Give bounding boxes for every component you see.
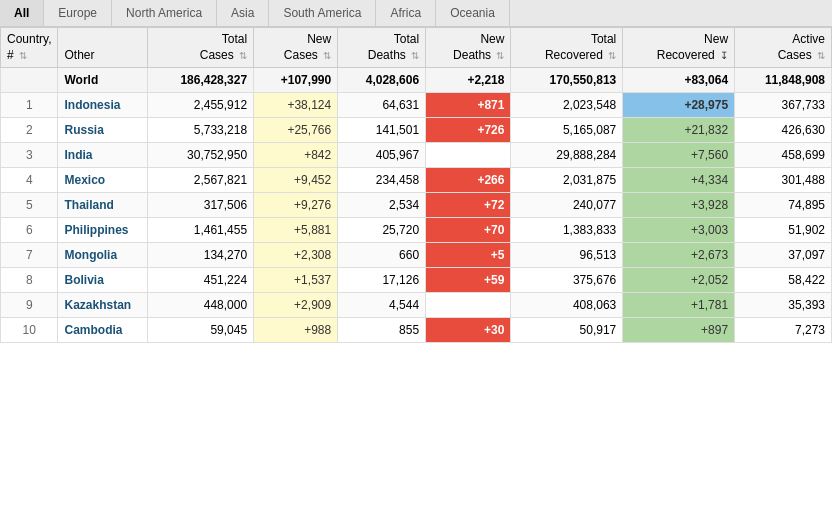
- col-header-country: Other: [58, 28, 148, 68]
- total-recovered-cell: 5,165,087: [511, 118, 623, 143]
- col-header-new-recovered[interactable]: NewRecovered ↧: [623, 28, 735, 68]
- country-link[interactable]: Philippines: [64, 223, 128, 237]
- rank-cell: 7: [1, 243, 58, 268]
- country-link[interactable]: Mexico: [64, 173, 105, 187]
- tab-bar: All Europe North America Asia South Amer…: [0, 0, 832, 27]
- active-cases-cell: 37,097: [735, 243, 832, 268]
- sort-icon-rank: ⇅: [19, 50, 27, 61]
- total-cases-cell: 2,567,821: [148, 168, 254, 193]
- rank-cell: 1: [1, 93, 58, 118]
- total-recovered-cell: 375,676: [511, 268, 623, 293]
- new-cases-cell: +38,124: [254, 93, 338, 118]
- tab-europe[interactable]: Europe: [44, 0, 112, 26]
- total-cases-cell: 5,733,218: [148, 118, 254, 143]
- new-cases-cell: +1,537: [254, 268, 338, 293]
- new-cases-cell: +842: [254, 143, 338, 168]
- table-row: 8 Bolivia 451,224 +1,537 17,126 +59 375,…: [1, 268, 832, 293]
- table-row: 6 Philippines 1,461,455 +5,881 25,720 +7…: [1, 218, 832, 243]
- country-cell: Thailand: [58, 193, 148, 218]
- world-rank: [1, 68, 58, 93]
- active-cases-cell: 35,393: [735, 293, 832, 318]
- world-new-recovered: +83,064: [623, 68, 735, 93]
- new-deaths-cell: +726: [426, 118, 511, 143]
- col-header-new-cases[interactable]: NewCases ⇅: [254, 28, 338, 68]
- col-header-active-cases[interactable]: ActiveCases ⇅: [735, 28, 832, 68]
- new-recovered-cell: +4,334: [623, 168, 735, 193]
- new-cases-cell: +9,276: [254, 193, 338, 218]
- country-cell: India: [58, 143, 148, 168]
- country-link[interactable]: Thailand: [64, 198, 113, 212]
- sort-icon-new-recovered: ↧: [720, 50, 728, 61]
- world-new-deaths: +2,218: [426, 68, 511, 93]
- table-row: 1 Indonesia 2,455,912 +38,124 64,631 +87…: [1, 93, 832, 118]
- col-header-total-deaths[interactable]: TotalDeaths ⇅: [338, 28, 426, 68]
- world-total-cases: 186,428,327: [148, 68, 254, 93]
- active-cases-cell: 426,630: [735, 118, 832, 143]
- total-deaths-cell: 4,544: [338, 293, 426, 318]
- country-link[interactable]: Russia: [64, 123, 103, 137]
- new-recovered-cell: +897: [623, 318, 735, 343]
- country-link[interactable]: Kazakhstan: [64, 298, 131, 312]
- world-total-recovered: 170,550,813: [511, 68, 623, 93]
- total-recovered-cell: 2,023,548: [511, 93, 623, 118]
- country-link[interactable]: Indonesia: [64, 98, 120, 112]
- new-recovered-cell: +3,928: [623, 193, 735, 218]
- sort-icon-new-deaths: ⇅: [496, 50, 504, 61]
- country-link[interactable]: Mongolia: [64, 248, 117, 262]
- rank-cell: 8: [1, 268, 58, 293]
- sort-icon-total-deaths: ⇅: [411, 50, 419, 61]
- new-deaths-cell: +59: [426, 268, 511, 293]
- new-recovered-cell: +2,052: [623, 268, 735, 293]
- world-active-cases: 11,848,908: [735, 68, 832, 93]
- tab-asia[interactable]: Asia: [217, 0, 269, 26]
- col-header-total-cases[interactable]: TotalCases ⇅: [148, 28, 254, 68]
- rank-cell: 10: [1, 318, 58, 343]
- new-deaths-cell: +5: [426, 243, 511, 268]
- total-cases-cell: 451,224: [148, 268, 254, 293]
- tab-oceania[interactable]: Oceania: [436, 0, 510, 26]
- total-recovered-cell: 2,031,875: [511, 168, 623, 193]
- total-deaths-cell: 141,501: [338, 118, 426, 143]
- total-deaths-cell: 855: [338, 318, 426, 343]
- total-cases-cell: 1,461,455: [148, 218, 254, 243]
- table-row: 2 Russia 5,733,218 +25,766 141,501 +726 …: [1, 118, 832, 143]
- total-deaths-cell: 17,126: [338, 268, 426, 293]
- total-cases-cell: 30,752,950: [148, 143, 254, 168]
- new-recovered-cell: +3,003: [623, 218, 735, 243]
- new-cases-cell: +25,766: [254, 118, 338, 143]
- new-cases-cell: +988: [254, 318, 338, 343]
- country-cell: Russia: [58, 118, 148, 143]
- total-recovered-cell: 50,917: [511, 318, 623, 343]
- tab-africa[interactable]: Africa: [376, 0, 436, 26]
- new-recovered-cell: +7,560: [623, 143, 735, 168]
- total-recovered-cell: 1,383,833: [511, 218, 623, 243]
- new-deaths-cell: +70: [426, 218, 511, 243]
- col-header-rank[interactable]: Country,# ⇅: [1, 28, 58, 68]
- sort-icon-new-cases: ⇅: [323, 50, 331, 61]
- col-header-total-recovered[interactable]: TotalRecovered ⇅: [511, 28, 623, 68]
- rank-cell: 5: [1, 193, 58, 218]
- table-row: 4 Mexico 2,567,821 +9,452 234,458 +266 2…: [1, 168, 832, 193]
- active-cases-cell: 301,488: [735, 168, 832, 193]
- tab-all[interactable]: All: [0, 0, 44, 26]
- total-cases-cell: 448,000: [148, 293, 254, 318]
- total-recovered-cell: 408,063: [511, 293, 623, 318]
- col-header-new-deaths[interactable]: NewDeaths ⇅: [426, 28, 511, 68]
- total-recovered-cell: 240,077: [511, 193, 623, 218]
- rank-cell: 2: [1, 118, 58, 143]
- new-recovered-cell: +28,975: [623, 93, 735, 118]
- header-row: Country,# ⇅ Other TotalCases ⇅ NewCases …: [1, 28, 832, 68]
- tab-north-america[interactable]: North America: [112, 0, 217, 26]
- country-link[interactable]: Cambodia: [64, 323, 122, 337]
- active-cases-cell: 367,733: [735, 93, 832, 118]
- country-link[interactable]: Bolivia: [64, 273, 103, 287]
- total-cases-cell: 134,270: [148, 243, 254, 268]
- new-deaths-cell: +871: [426, 93, 511, 118]
- new-deaths-cell: +72: [426, 193, 511, 218]
- total-recovered-cell: 96,513: [511, 243, 623, 268]
- tab-south-america[interactable]: South America: [269, 0, 376, 26]
- sort-icon-total-recovered: ⇅: [608, 50, 616, 61]
- rank-cell: 6: [1, 218, 58, 243]
- total-cases-cell: 2,455,912: [148, 93, 254, 118]
- country-link[interactable]: India: [64, 148, 92, 162]
